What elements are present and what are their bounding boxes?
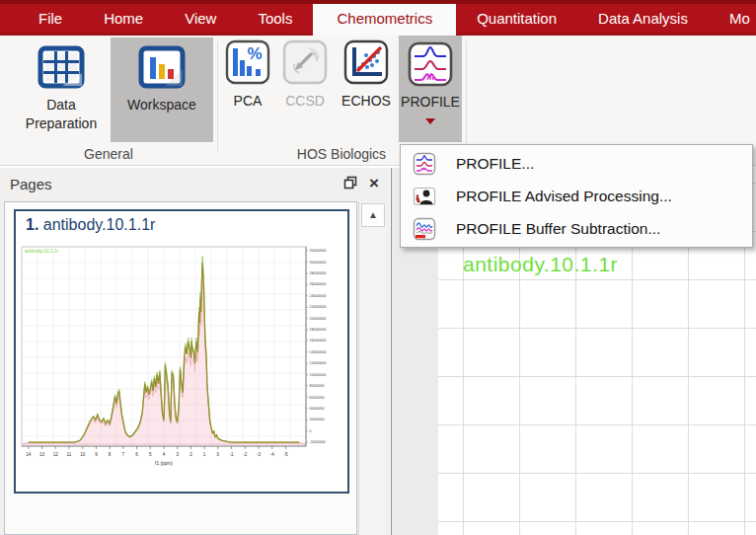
svg-text:120000000: 120000000 (310, 361, 327, 365)
svg-text:0: 0 (217, 452, 220, 457)
workspace-chart-icon (138, 43, 186, 91)
svg-text:10: 10 (80, 452, 86, 457)
menu-item-label: PROFILE... (456, 155, 534, 173)
svg-text:240000000: 240000000 (310, 294, 327, 298)
ribbon-button-data-preparation[interactable]: Data Preparation (12, 38, 111, 142)
spectrum-svg: 14131211109876543210-1-2-3-4-5f1 (ppm)32… (18, 239, 345, 490)
pages-scrollbar[interactable]: ▲ (358, 201, 387, 535)
svg-text:antibody.10.1.1r: antibody.10.1.1r (25, 249, 58, 254)
ribbon-group-general: General (0, 146, 217, 162)
menu-quantitation[interactable]: Quantitation (456, 4, 577, 33)
svg-text:100000000: 100000000 (310, 373, 327, 377)
svg-text:2: 2 (189, 452, 192, 457)
ribbon-button-label: ECHOS (341, 93, 391, 109)
pages-panel: Pages × 1. antibody.10.1.1r 141312111098… (0, 168, 390, 535)
ribbon-button-label: Workspace (127, 96, 196, 115)
close-panel-icon[interactable]: × (365, 176, 383, 193)
svg-text:1: 1 (203, 452, 206, 457)
svg-text:-20000000: -20000000 (310, 440, 326, 444)
data-table-icon (38, 43, 85, 91)
svg-text:9: 9 (95, 452, 98, 457)
application-window: File Home View Tools Chemometrics Quanti… (0, 0, 756, 535)
svg-text:320000000: 320000000 (310, 249, 327, 253)
svg-text:180000000: 180000000 (310, 328, 327, 332)
pca-icon: % (225, 39, 270, 85)
ribbon-button-workspace[interactable]: Workspace (111, 38, 213, 142)
advised-processing-icon (413, 185, 436, 208)
menu-item-profile[interactable]: PROFILE... (401, 147, 752, 180)
svg-text:20000000: 20000000 (310, 418, 325, 421)
svg-text:5: 5 (149, 452, 152, 457)
svg-text:300000000: 300000000 (310, 261, 327, 265)
ribbon-button-echos[interactable]: ECHOS (337, 39, 396, 109)
ribbon-button-label: CCSD (285, 93, 325, 109)
svg-text:6: 6 (135, 452, 138, 457)
menu-home[interactable]: Home (83, 4, 164, 33)
svg-text:12: 12 (53, 452, 59, 457)
profile-icon (407, 40, 454, 88)
svg-text:140000000: 140000000 (310, 350, 327, 354)
svg-text:0: 0 (310, 429, 312, 433)
svg-text:280000000: 280000000 (310, 271, 327, 275)
ribbon-button-pca[interactable]: % PCA (221, 39, 274, 109)
page-number: 1. (26, 216, 38, 233)
svg-text:11: 11 (67, 452, 72, 457)
spectrum-title-label: antibody.10.1.1r (463, 253, 618, 276)
scroll-up-arrow-icon[interactable]: ▲ (361, 203, 385, 227)
ribbon-group-separator (217, 41, 218, 152)
ribbon-group-separator (466, 41, 467, 152)
ribbon-button-label: PROFILE (401, 93, 460, 112)
svg-text:7: 7 (122, 452, 125, 457)
svg-text:-1: -1 (230, 452, 235, 457)
buffer-subtraction-icon (413, 217, 436, 241)
svg-text:80000000: 80000000 (310, 384, 325, 388)
ribbon-button-profile[interactable]: PROFILE (399, 36, 462, 142)
svg-text:-5: -5 (283, 452, 288, 457)
svg-text:4: 4 (163, 452, 166, 457)
profile-dropdown-menu: PROFILE... PROFILE Advised Processing... (400, 144, 753, 248)
svg-text:%: % (247, 44, 262, 63)
menu-file[interactable]: File (18, 4, 83, 33)
menu-view[interactable]: View (164, 4, 237, 33)
float-panel-icon[interactable] (343, 176, 361, 193)
svg-text:160000000: 160000000 (310, 339, 327, 343)
echos-icon (343, 39, 389, 85)
ribbon-button-label: Data Preparation (12, 96, 111, 133)
menubar: File Home View Tools Chemometrics Quanti… (0, 0, 756, 36)
pages-panel-header: Pages × (0, 168, 390, 199)
svg-text:-4: -4 (270, 452, 275, 457)
menu-item-label: PROFILE Buffer Subtraction... (456, 220, 660, 238)
profile-curves-icon (413, 152, 436, 176)
ribbon-button-ccsd: CCSD (279, 39, 331, 109)
svg-text:f1 (ppm): f1 (ppm) (155, 461, 173, 466)
ccsd-icon (282, 39, 328, 85)
menu-more-clipped[interactable]: Mo (709, 4, 756, 33)
svg-text:13: 13 (39, 452, 45, 457)
svg-text:-3: -3 (257, 452, 262, 457)
svg-text:60000000: 60000000 (310, 396, 325, 400)
ribbon-button-label: PCA (234, 93, 263, 109)
svg-text:3: 3 (176, 452, 179, 457)
menu-data-analysis[interactable]: Data Analysis (577, 4, 709, 33)
menu-item-label: PROFILE Advised Processing... (456, 188, 672, 205)
svg-text:260000000: 260000000 (310, 282, 327, 286)
svg-text:220000000: 220000000 (310, 305, 327, 309)
page-name: antibody.10.1.1r (43, 216, 156, 233)
menu-item-profile-buffer-subtraction[interactable]: PROFILE Buffer Subtraction... (401, 212, 752, 245)
menu-chemometrics[interactable]: Chemometrics (313, 4, 456, 36)
svg-text:14: 14 (26, 452, 32, 457)
pages-panel-title: Pages (10, 176, 52, 192)
svg-text:8: 8 (109, 452, 112, 457)
menu-tools[interactable]: Tools (237, 4, 313, 33)
svg-text:-2: -2 (243, 452, 248, 457)
pages-list: 1. antibody.10.1.1r 14131211109876543210… (4, 201, 357, 535)
chevron-down-icon[interactable] (425, 118, 435, 124)
page-thumbnail-1[interactable]: 1. antibody.10.1.1r 14131211109876543210… (14, 209, 349, 494)
svg-text:40000000: 40000000 (310, 407, 325, 411)
menu-item-profile-advised-processing[interactable]: PROFILE Advised Processing... (401, 180, 752, 212)
svg-text:200000000: 200000000 (310, 317, 327, 321)
page-thumbnail-label: 1. antibody.10.1.1r (26, 216, 155, 234)
